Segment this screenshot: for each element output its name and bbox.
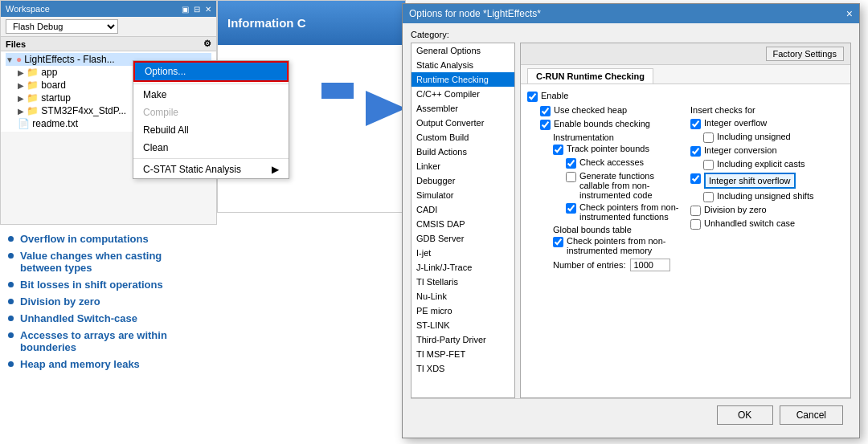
division-zero-row: Division by zero <box>690 205 844 216</box>
right-column: Insert checks for Integer overflow Inclu… <box>690 105 844 271</box>
category-timspfet[interactable]: TI MSP-FET <box>411 347 514 361</box>
bullet-dot <box>8 299 14 304</box>
division-zero-label: Division by zero <box>704 205 767 214</box>
category-tixds[interactable]: TI XDS <box>411 361 514 376</box>
instrumentation-label: Instrumentation <box>553 132 681 142</box>
arrow-head <box>366 91 406 126</box>
number-entries-row: Number of entries: <box>553 259 681 271</box>
category-custom[interactable]: Custom Build <box>411 130 514 145</box>
track-pointer-row: Track pointer bounds <box>553 144 681 155</box>
integer-conversion-checkbox[interactable] <box>690 146 701 157</box>
dialog-content: Factory Settings C-RUN Runtime Checking … <box>520 43 851 398</box>
category-tistellaris[interactable]: TI Stellaris <box>411 275 514 289</box>
category-general[interactable]: General Options <box>411 43 514 58</box>
category-cadi[interactable]: CADI <box>411 202 514 217</box>
bullet-item-heap: Heap and memory leaks <box>8 358 378 370</box>
category-build-actions[interactable]: Build Actions <box>411 145 514 159</box>
bullet-item-bitloss: Bit losses in shift operations <box>8 279 378 291</box>
integer-overflow-checkbox[interactable] <box>690 119 701 129</box>
track-pointer-checkbox[interactable] <box>553 145 563 155</box>
expand-icon-startup: ▶ <box>18 94 24 103</box>
category-ijet[interactable]: I-jet <box>411 246 514 260</box>
bullet-dot <box>8 236 14 242</box>
ide-title: Workspace <box>6 4 50 14</box>
category-cpp[interactable]: C/C++ Compiler <box>411 87 514 101</box>
context-menu-cstat[interactable]: C-STAT Static Analysis ▶ <box>133 161 289 178</box>
context-menu-options[interactable]: Options... <box>133 61 289 82</box>
divider-1 <box>133 84 289 84</box>
category-debugger[interactable]: Debugger <box>411 173 514 188</box>
info-panel-title: Information C <box>218 1 405 45</box>
dialog-tab-bar: C-RUN Runtime Checking <box>521 65 850 84</box>
integer-overflow-row: Integer overflow <box>690 118 844 129</box>
category-static[interactable]: Static Analysis <box>411 58 514 72</box>
including-unsigned-shifts-label: Including unsigned shifts <box>717 191 813 201</box>
number-entries-input[interactable] <box>630 259 670 271</box>
bullet-dot <box>8 332 14 338</box>
enable-row: Enable <box>527 91 844 102</box>
category-thirdparty[interactable]: Third-Party Driver <box>411 332 514 347</box>
expand-icon-stm: ▶ <box>18 107 24 116</box>
category-jlink[interactable]: J-Link/J-Trace <box>411 260 514 275</box>
context-menu-compile[interactable]: Compile <box>133 104 289 121</box>
integer-conversion-label: Integer conversion <box>704 145 777 155</box>
enable-checkbox[interactable] <box>527 92 538 102</box>
category-linker[interactable]: Linker <box>411 159 514 173</box>
check-pointers-non-checkbox[interactable] <box>566 203 576 214</box>
including-explicit-label: Including explicit casts <box>717 159 805 169</box>
bullet-item-arrays: Accesses to arrays are withinbounderies <box>8 329 378 353</box>
cancel-button[interactable]: Cancel <box>780 405 843 425</box>
category-cmsis[interactable]: CMSIS DAP <box>411 217 514 231</box>
expand-icon: ▼ <box>6 55 14 64</box>
arrow-body <box>321 83 354 99</box>
tab-crun[interactable]: C-RUN Runtime Checking <box>527 68 653 84</box>
category-stlink[interactable]: ST-LINK <box>411 318 514 332</box>
bullet-item-switchcase: Unhandled Switch-case <box>8 312 378 324</box>
including-unsigned-row: Including unsigned <box>703 132 844 143</box>
context-menu-clean[interactable]: Clean <box>133 139 289 157</box>
dialog-main: General Options Static Analysis Runtime … <box>411 43 851 398</box>
number-entries-label: Number of entries: <box>553 260 625 270</box>
track-pointer-label: Track pointer bounds <box>567 144 649 153</box>
dialog-close-button[interactable]: × <box>846 7 853 20</box>
including-explicit-checkbox[interactable] <box>703 160 714 170</box>
bullet-dot <box>8 253 14 259</box>
dialog-footer: OK Cancel <box>411 398 851 431</box>
including-unsigned-shifts-checkbox[interactable] <box>703 192 714 202</box>
context-menu: Options... Make Compile Rebuild All Clea… <box>133 60 289 179</box>
category-runtime[interactable]: Runtime Checking <box>411 72 514 87</box>
config-dropdown[interactable]: Flash Debug <box>6 19 118 34</box>
context-menu-make[interactable]: Make <box>133 86 289 104</box>
use-checked-heap-checkbox[interactable] <box>540 106 551 116</box>
enable-bounds-checkbox[interactable] <box>540 120 551 130</box>
category-simulator[interactable]: Simulator <box>411 188 514 202</box>
integer-shift-row: Integer shift overflow <box>690 173 844 189</box>
check-accesses-checkbox[interactable] <box>566 158 576 169</box>
generate-functions-row: Generate functions callable from non-ins… <box>566 171 681 200</box>
context-menu-rebuild[interactable]: Rebuild All <box>133 121 289 139</box>
enable-bounds-row: Enable bounds checking <box>540 119 681 130</box>
generate-functions-checkbox[interactable] <box>566 172 576 182</box>
ok-button[interactable]: OK <box>717 405 773 425</box>
category-nulink[interactable]: Nu-Link <box>411 289 514 303</box>
division-zero-checkbox[interactable] <box>690 206 701 216</box>
including-unsigned-checkbox[interactable] <box>703 132 714 143</box>
check-pointers-memory-checkbox[interactable] <box>553 237 563 247</box>
unhandled-switch-checkbox[interactable] <box>690 219 701 230</box>
bullet-dot <box>8 361 14 367</box>
factory-settings-button[interactable]: Factory Settings <box>766 47 844 61</box>
bullet-dot <box>8 316 14 321</box>
integer-overflow-label: Integer overflow <box>704 118 767 128</box>
category-gdb[interactable]: GDB Server <box>411 231 514 246</box>
use-checked-heap-label: Use checked heap <box>554 105 627 115</box>
category-assembler[interactable]: Assembler <box>411 101 514 116</box>
ide-toolbar: Flash Debug <box>1 17 216 37</box>
settings-icon[interactable]: ⚙ <box>203 39 211 49</box>
category-output[interactable]: Output Converter <box>411 116 514 130</box>
category-pemicro[interactable]: PE micro <box>411 303 514 318</box>
bullet-dot <box>8 282 14 287</box>
integer-shift-checkbox[interactable] <box>690 173 701 184</box>
category-label: Category: <box>411 30 851 39</box>
options-dialog: Options for node *LightEffects* × Catego… <box>402 3 860 438</box>
dialog-content-body: Enable Use checked heap <box>521 84 850 397</box>
